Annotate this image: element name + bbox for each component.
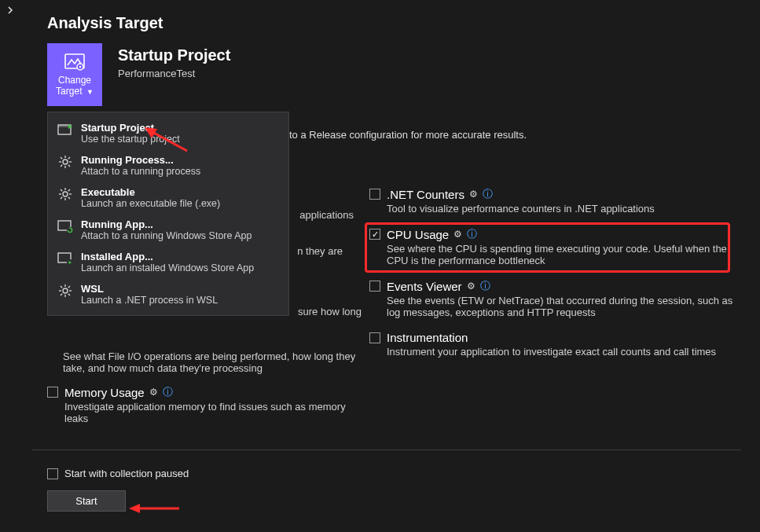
- tool-desc: See what File I/O operations are being p…: [63, 350, 362, 374]
- svg-line-22: [68, 189, 70, 191]
- checkbox-cpu-usage[interactable]: [369, 229, 380, 240]
- checkbox-instrumentation[interactable]: [369, 332, 380, 343]
- tool-events-viewer: Events Viewer ⚙ ⓘ See the events (ETW or…: [369, 279, 739, 318]
- checkbox-net-counters[interactable]: [369, 189, 380, 200]
- gear-icon: [57, 186, 73, 202]
- svg-line-21: [61, 197, 62, 199]
- tool-desc: Instrument your application to investiga…: [387, 346, 716, 358]
- tool-title: Instrumentation: [387, 331, 468, 344]
- start-button[interactable]: Start: [47, 490, 126, 512]
- help-icon[interactable]: ⓘ: [480, 279, 490, 293]
- svg-line-13: [68, 157, 70, 159]
- expand-panel-chevron[interactable]: [6, 6, 14, 14]
- svg-line-10: [61, 157, 62, 159]
- gear-icon[interactable]: ⚙: [467, 281, 475, 292]
- dropdown-item-installed-app[interactable]: Installed App... Launch an installed Win…: [48, 246, 288, 278]
- window-refresh-icon: [57, 218, 73, 234]
- target-subtitle: PerformanceTest: [118, 68, 230, 79]
- svg-line-35: [68, 286, 70, 288]
- svg-line-11: [68, 165, 70, 167]
- svg-point-5: [63, 160, 68, 164]
- dropdown-item-running-process[interactable]: Running Process... Attach to a running p…: [48, 149, 288, 182]
- change-target-dropdown: Startup Project Use the startup project …: [47, 112, 289, 316]
- start-paused-label: Start with collection paused: [64, 468, 189, 479]
- window-play-icon: [57, 251, 73, 266]
- config-hint-text: to a Release configuration for more accu…: [289, 129, 527, 141]
- dropdown-item-wsl[interactable]: WSL Launch a .NET process in WSL: [48, 278, 288, 310]
- tool-title: .NET Counters: [387, 188, 464, 201]
- truncated-text: n they are: [291, 245, 343, 257]
- dropdown-item-executable[interactable]: Executable Launch an executable file (.e…: [48, 182, 288, 214]
- dropdown-item-running-app[interactable]: Running App... Attach to a running Windo…: [48, 214, 288, 246]
- change-target-button[interactable]: Change Target ▼: [47, 43, 102, 106]
- help-icon[interactable]: ⓘ: [483, 187, 493, 201]
- svg-point-2: [79, 65, 81, 67]
- help-icon[interactable]: ⓘ: [467, 227, 477, 241]
- tool-net-counters: .NET Counters ⚙ ⓘ Tool to visualize perf…: [369, 187, 739, 215]
- svg-line-33: [68, 294, 70, 295]
- help-icon[interactable]: ⓘ: [163, 385, 173, 399]
- tool-cpu-usage: CPU Usage ⚙ ⓘ See where the CPU is spend…: [369, 227, 739, 266]
- dropdown-item-startup-project[interactable]: Startup Project Use the startup project: [48, 117, 288, 149]
- tool-desc: Investigate application memory to find i…: [64, 401, 362, 424]
- tool-memory-usage: Memory Usage ⚙ ⓘ Investigate application…: [47, 385, 362, 424]
- svg-point-27: [63, 288, 68, 293]
- gear-icon[interactable]: ⚙: [469, 189, 478, 200]
- tool-desc: See where the CPU is spending time execu…: [387, 243, 739, 266]
- svg-line-19: [61, 189, 62, 191]
- divider: [31, 449, 741, 450]
- tool-title: Events Viewer: [387, 280, 462, 293]
- svg-line-34: [61, 294, 62, 295]
- window-play-icon: [57, 122, 73, 138]
- gear-icon[interactable]: ⚙: [149, 387, 158, 398]
- svg-point-14: [63, 192, 68, 196]
- tool-desc: Tool to visualize performance counters i…: [387, 203, 655, 215]
- gear-icon: [57, 283, 73, 299]
- gear-icon[interactable]: ⚙: [453, 229, 462, 240]
- caret-down-icon: ▼: [84, 88, 93, 96]
- svg-line-20: [68, 197, 70, 199]
- truncated-text: sure how long: [291, 306, 362, 317]
- truncated-text: applications: [291, 209, 354, 221]
- tool-title: Memory Usage: [64, 386, 145, 399]
- checkbox-memory-usage[interactable]: [47, 387, 58, 398]
- checkbox-events-viewer[interactable]: [369, 281, 380, 292]
- picture-gear-icon: [64, 53, 86, 72]
- svg-line-32: [61, 286, 62, 288]
- page-title: Analysis Target: [47, 14, 729, 32]
- change-target-label-2: Target: [56, 86, 82, 97]
- target-title: Startup Project: [118, 46, 230, 64]
- svg-line-12: [61, 165, 62, 167]
- tool-title: CPU Usage: [387, 228, 449, 241]
- change-target-label-1: Change: [58, 75, 91, 86]
- tool-instrumentation: Instrumentation Instrument your applicat…: [369, 331, 739, 358]
- gear-icon: [57, 154, 73, 170]
- checkbox-start-paused[interactable]: [47, 468, 58, 479]
- tool-desc: See the events (ETW or NetTrace) that oc…: [387, 295, 739, 318]
